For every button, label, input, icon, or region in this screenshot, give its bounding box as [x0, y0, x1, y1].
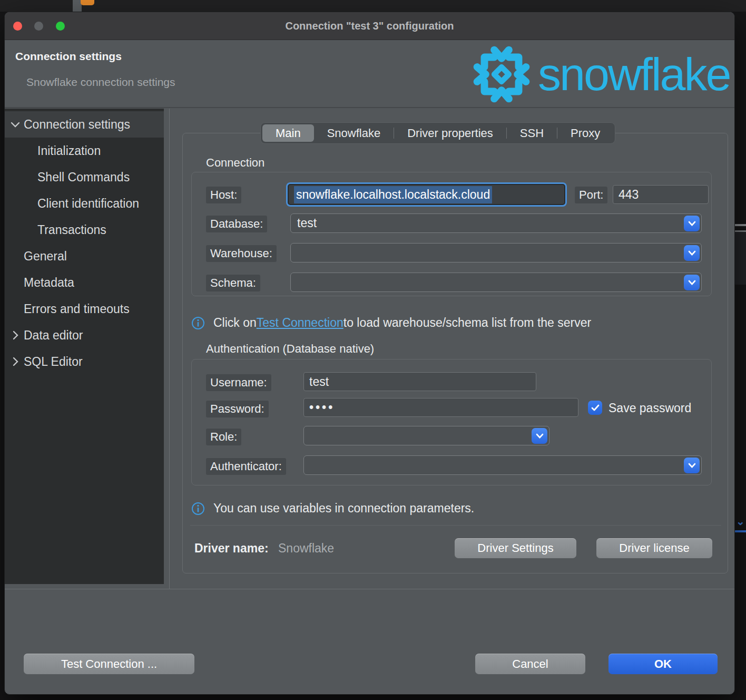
snowflake-logo: snowflake	[470, 44, 730, 105]
hint-text-prefix: Click on	[213, 316, 257, 330]
sidebar-item-label: Initialization	[37, 144, 101, 158]
background-line	[735, 224, 746, 226]
connection-configuration-dialog: Connection "test 3" configuration Connec…	[4, 12, 735, 695]
sidebar-item-label: General	[24, 249, 67, 264]
save-password-label[interactable]: Save password	[608, 401, 691, 415]
host-value: snowflake.localhost.localstack.cloud	[294, 186, 492, 203]
sidebar-divider	[169, 109, 170, 589]
database-combo[interactable]: test	[290, 213, 702, 233]
password-label: Password:	[206, 401, 269, 417]
authentication-group-label: Authentication (Database native)	[206, 342, 374, 356]
sidebar-item-label: Data editor	[24, 328, 83, 343]
driver-settings-button[interactable]: Driver Settings	[455, 538, 576, 558]
titlebar[interactable]: Connection "test 3" configuration	[5, 12, 734, 40]
chevron-down-icon[interactable]	[684, 216, 700, 231]
sidebar-item-label: Metadata	[24, 276, 74, 290]
check-icon	[591, 404, 600, 411]
port-input[interactable]: 443	[613, 185, 709, 204]
sidebar-item-connection-settings[interactable]: Connection settings	[5, 111, 164, 138]
host-input[interactable]: snowflake.localhost.localstack.cloud	[288, 184, 565, 205]
tab-driver-properties[interactable]: Driver properties	[394, 124, 506, 142]
snowflake-icon	[470, 44, 533, 105]
tab-bar: Main Snowflake Driver properties SSH Pro…	[260, 122, 615, 144]
driver-license-button[interactable]: Driver license	[596, 538, 712, 558]
password-value: ••••	[309, 401, 335, 415]
driver-divider	[190, 525, 721, 526]
sidebar-item-label: Errors and timeouts	[24, 302, 130, 316]
sidebar-item-client-identification[interactable]: Client identification	[5, 190, 164, 217]
schema-label: Schema:	[206, 275, 260, 291]
host-label: Host:	[206, 187, 241, 203]
background-app-icon	[81, 0, 94, 5]
ok-button[interactable]: OK	[608, 654, 718, 674]
port-label: Port:	[575, 187, 607, 203]
screen: ⌄ Connection "test 3" configuration Conn…	[0, 0, 746, 700]
chevron-down-icon[interactable]	[9, 118, 22, 131]
username-value: test	[309, 375, 329, 389]
sidebar-item-transactions[interactable]: Transactions	[5, 217, 164, 243]
tab-main[interactable]: Main	[262, 124, 314, 142]
password-input[interactable]: ••••	[303, 398, 578, 417]
chevron-right-icon[interactable]	[9, 355, 22, 368]
background-app-topbar	[0, 0, 746, 12]
sidebar-item-label: Client identification	[37, 197, 139, 211]
test-connection-link[interactable]: Test Connection	[257, 316, 343, 330]
role-combo[interactable]	[303, 426, 549, 445]
role-label: Role:	[206, 429, 241, 445]
window-title: Connection "test 3" configuration	[5, 12, 734, 40]
snowflake-wordmark: snowflake	[538, 51, 730, 98]
tab-snowflake[interactable]: Snowflake	[314, 124, 394, 142]
tab-ssh[interactable]: SSH	[507, 124, 557, 142]
chevron-right-icon[interactable]	[9, 329, 22, 342]
test-connection-hint: Click on Test Connection to load warehou…	[191, 316, 591, 330]
background-chevron-icon: ⌄	[736, 515, 745, 528]
authenticator-combo[interactable]	[303, 455, 702, 475]
authenticator-label: Authenticator:	[206, 458, 286, 475]
username-label: Username:	[206, 374, 271, 391]
chevron-down-icon[interactable]	[532, 428, 547, 444]
schema-combo[interactable]	[290, 273, 702, 292]
sidebar-item-metadata[interactable]: Metadata	[5, 269, 164, 296]
variables-hint: You can use variables in connection para…	[191, 501, 474, 516]
driver-name-value: Snowflake	[278, 541, 334, 556]
background-panel	[735, 232, 746, 285]
warehouse-combo[interactable]	[290, 243, 702, 262]
sidebar-item-label: Transactions	[37, 223, 106, 237]
warehouse-label: Warehouse:	[206, 245, 277, 262]
page-title: Connection settings	[15, 50, 122, 63]
connection-group-label: Connection	[206, 156, 264, 170]
sidebar-item-general[interactable]: General	[5, 243, 164, 269]
sidebar-item-shell-commands[interactable]: Shell Commands	[5, 164, 164, 190]
tab-proxy[interactable]: Proxy	[557, 124, 613, 142]
footer-divider	[5, 589, 734, 589]
driver-name-label: Driver name:	[194, 541, 269, 556]
header-divider	[5, 107, 734, 108]
test-connection-button[interactable]: Test Connection ...	[24, 654, 194, 674]
database-value: test	[297, 216, 317, 230]
background-accent-line	[735, 530, 746, 532]
sidebar-item-label: Connection settings	[24, 118, 130, 132]
info-icon	[191, 502, 205, 516]
background-app-strip: ⌄	[735, 12, 746, 700]
chevron-down-icon[interactable]	[684, 458, 700, 473]
sidebar-item-data-editor[interactable]: Data editor	[5, 322, 164, 348]
sidebar-item-errors-and-timeouts[interactable]: Errors and timeouts	[5, 296, 164, 322]
hint-text-suffix: to load warehouse/schema list from the s…	[343, 316, 591, 330]
chevron-down-icon[interactable]	[684, 245, 700, 261]
cancel-button[interactable]: Cancel	[475, 654, 585, 674]
sidebar-item-initialization[interactable]: Initialization	[5, 138, 164, 164]
port-value: 443	[619, 188, 639, 202]
username-input[interactable]: test	[303, 372, 536, 391]
sidebar-item-sql-editor[interactable]: SQL Editor	[5, 348, 164, 375]
database-label: Database:	[206, 216, 267, 232]
chevron-down-icon[interactable]	[684, 275, 700, 290]
sidebar-item-label: SQL Editor	[24, 355, 83, 369]
page-subtitle: Snowflake connection settings	[26, 76, 175, 89]
hint-text: You can use variables in connection para…	[213, 501, 474, 516]
sidebar-item-label: Shell Commands	[37, 170, 130, 184]
settings-tree: Connection settings Initialization Shell…	[5, 109, 164, 584]
info-icon	[191, 316, 205, 330]
save-password-checkbox[interactable]	[588, 401, 602, 415]
